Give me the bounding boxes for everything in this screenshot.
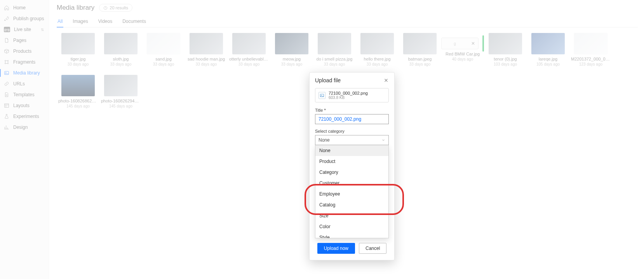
media-filename: photo-160826862760... [57,99,99,103]
sidebar-item-label: Media library [13,70,40,76]
app-root: HomePublish groups((•))Live site⇅PagesPr… [0,0,644,279]
media-item[interactable]: otterly unbelievable.j...33 days ago [228,33,270,66]
media-age: 33 days ago [142,62,185,66]
sidebar-item-fragments[interactable]: Fragments [0,57,49,68]
category-option-none[interactable]: None [315,145,388,156]
file-size: 603.8 KB [329,95,368,100]
thumbnail [531,33,565,54]
media-filename: batman.jpeg [399,57,441,61]
dialog-title: Upload file [315,77,341,83]
category-option-customer[interactable]: Customer [315,178,388,189]
sidebar-item-urls[interactable]: URLs [0,78,49,89]
sidebar-item-layouts[interactable]: Layouts [0,100,49,111]
category-option-style[interactable]: Style [315,232,388,238]
category-select[interactable]: None [315,135,389,145]
media-filename: M2201372_000_002.p... [569,57,612,61]
thumbnail [147,33,180,54]
sidebar-item-label: Layouts [13,103,30,108]
tab-videos[interactable]: Videos [97,16,113,27]
category-dropdown: NoneProductCategoryCustomerEmployeeCatal… [315,145,389,238]
media-filename: lareqe.jpg [527,57,569,61]
home-icon [4,5,9,10]
sidebar-item-design[interactable]: Design [0,122,49,133]
media-filename: hello there.jpg [356,57,399,61]
media-item[interactable]: hello there.jpg33 days ago [356,33,399,66]
media-item[interactable]: meow.jpg33 days ago [270,33,313,66]
chart-icon [4,125,9,130]
sidebar-item-live-site[interactable]: ((•))Live site⇅ [0,24,49,35]
page-title: Media library [57,4,94,12]
live-icon: ((•)) [4,27,10,32]
clock-icon [103,6,108,10]
media-item[interactable]: M2201372_000_002.p...123 days ago [569,33,612,66]
cancel-upload-icon[interactable]: ✕ [468,38,478,49]
media-item[interactable]: sand.jpg33 days ago [142,33,185,66]
sidebar-item-templates[interactable]: Templates [0,89,49,100]
sidebar-item-media-library[interactable]: Media library [0,68,49,78]
media-filename: sloth.jpg [99,57,142,61]
sidebar-item-experiments[interactable]: Experiments [0,111,49,122]
tab-all[interactable]: All [57,16,63,27]
thumbnail [574,33,607,54]
category-option-catalog[interactable]: Catalog [315,199,388,210]
media-filename: tiger.jpg [57,57,99,61]
upload-button[interactable]: Upload now [317,243,355,254]
thumbnail [318,33,351,54]
category-option-color[interactable]: Color [315,221,388,232]
media-item[interactable]: batman.jpeg33 days ago [399,33,441,66]
tab-images[interactable]: Images [72,16,89,27]
media-age: 33 days ago [270,62,313,66]
tabs: AllImagesVideosDocuments [57,16,638,28]
category-option-product[interactable]: Product [315,156,388,167]
flask-icon [4,114,9,119]
media-item[interactable]: photo-160826294108...145 days ago [99,75,142,108]
close-icon[interactable] [383,78,389,83]
media-item[interactable]: g✕Red BMW Car.jpg40 days ago [441,33,484,66]
media-item[interactable]: tenor (0).jpg103 days ago [484,33,527,66]
media-item[interactable]: sloth.jpg33 days ago [99,33,142,66]
sidebar-item-label: URLs [13,81,25,87]
media-item[interactable]: lareqe.jpg105 days ago [527,33,569,66]
title-input[interactable] [315,114,389,124]
category-option-employee[interactable]: Employee [315,189,388,199]
tab-documents[interactable]: Documents [122,16,147,27]
svg-point-1 [7,60,8,61]
media-item[interactable]: tiger.jpg33 days ago [57,33,99,66]
file-info: 72100_000_002.png 603.8 KB [315,88,389,102]
sidebar: HomePublish groups((•))Live site⇅PagesPr… [0,0,49,279]
media-filename: otterly unbelievable.j... [228,57,270,61]
media-age: 33 days ago [356,62,399,66]
thumbnail [232,33,266,54]
title-label: Title * [315,108,389,113]
media-age: 145 days ago [57,104,99,108]
box-icon [4,49,9,54]
media-filename: tenor (0).jpg [484,57,527,61]
media-filename: photo-160826294108... [99,99,142,103]
chevron-down-icon [381,138,385,142]
sidebar-item-label: Experiments [13,114,39,119]
layout-icon [4,103,9,108]
category-selected: None [319,137,330,143]
thumbnail [489,33,522,54]
thumbnail [360,33,394,54]
sidebar-item-pages[interactable]: Pages [0,35,49,46]
media-item[interactable]: do i smell pizza.jpg33 days ago [313,33,356,66]
sidebar-item-home[interactable]: Home [0,2,49,13]
thumbnail [275,33,308,54]
sidebar-item-publish-groups[interactable]: Publish groups [0,13,49,24]
media-item[interactable]: photo-160826862760...145 days ago [57,75,99,108]
category-option-category[interactable]: Category [315,167,388,178]
svg-rect-6 [5,104,9,107]
sidebar-item-label: Templates [13,92,35,97]
frag-icon [4,59,9,65]
template-icon [4,92,9,97]
category-option-size[interactable]: Size [315,210,388,221]
updown-icon[interactable]: ⇅ [41,28,44,32]
thumbnail [61,33,95,54]
sidebar-item-products[interactable]: Products [0,46,49,57]
media-age: 145 days ago [99,104,142,108]
cancel-button[interactable]: Cancel [359,243,386,254]
thumbnail [104,33,138,54]
media-item[interactable]: sad hoodie man.jpg33 days ago [185,33,228,66]
thumbnail [61,75,95,96]
